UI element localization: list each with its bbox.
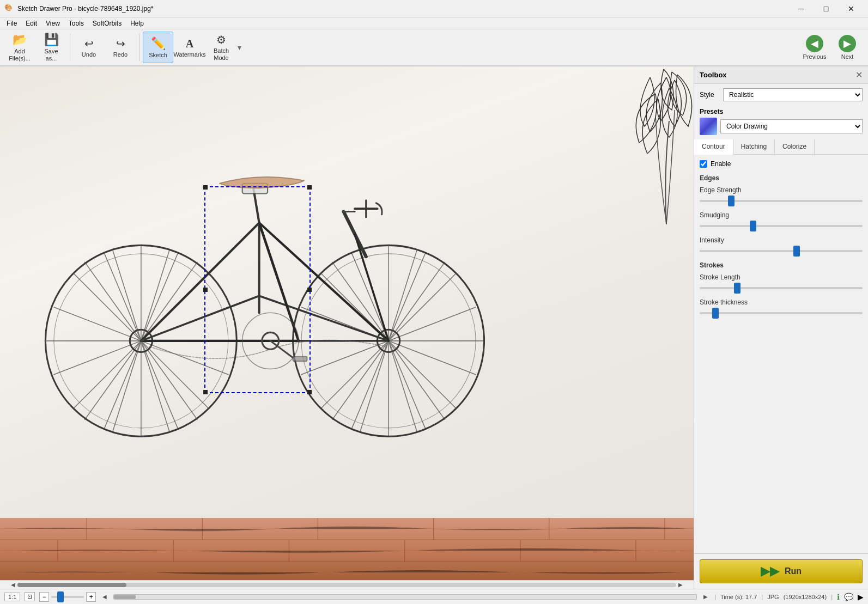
presets-row: Color Drawing Black & White Hatching Sof…: [700, 118, 863, 135]
canvas-area[interactable]: ◀ ▶: [0, 66, 694, 589]
toolbar-separator-2: [139, 34, 139, 61]
main-area: ◀ ▶ Toolbox ✕ Style Realistic Artistic C…: [0, 66, 868, 589]
redo-icon: ↪: [116, 37, 125, 50]
save-as-button[interactable]: 💾 Saveas...: [36, 32, 66, 63]
window-controls: ─ □ ✕: [788, 0, 864, 17]
strokes-section-header: Strokes: [700, 261, 863, 269]
toolbox-close-button[interactable]: ✕: [855, 70, 863, 80]
toolbox-header: Toolbox ✕: [694, 66, 868, 84]
menu-file[interactable]: File: [2, 19, 21, 28]
tab-colorize[interactable]: Colorize: [775, 139, 815, 154]
tab-hatching[interactable]: Hatching: [733, 139, 775, 154]
run-label: Run: [785, 566, 802, 576]
sketch-button[interactable]: ✏️ Sketch: [143, 32, 173, 63]
format-label: JPG: [767, 594, 779, 600]
canvas-scroll-thumb[interactable]: [17, 583, 126, 587]
toolbox-title: Toolbox: [700, 71, 727, 79]
menu-edit[interactable]: Edit: [21, 19, 41, 28]
svg-line-30: [141, 223, 259, 341]
status-scroll-left[interactable]: ◀: [100, 593, 109, 601]
enable-checkbox[interactable]: [700, 160, 707, 168]
previous-button[interactable]: ◀ Previous: [798, 32, 831, 63]
svg-rect-48: [293, 357, 307, 361]
close-button[interactable]: ✕: [839, 0, 864, 17]
menu-softorbits[interactable]: SoftOrbits: [88, 19, 126, 28]
edge-strength-label: Edge Strength: [700, 186, 863, 194]
status-scroll-right[interactable]: ▶: [701, 593, 710, 601]
minimize-button[interactable]: ─: [788, 0, 814, 17]
undo-label: Undo: [82, 51, 96, 58]
floor-svg: [0, 518, 694, 589]
toolbar-dropdown-arrow[interactable]: ▾: [238, 43, 241, 52]
sketch-icon: ✏️: [151, 36, 166, 51]
redo-button[interactable]: ↪ Redo: [105, 32, 136, 63]
add-files-button[interactable]: 📂 AddFile(s)...: [4, 32, 35, 63]
plant-area: [585, 66, 694, 230]
presets-icon: [700, 118, 717, 135]
style-select[interactable]: Realistic Artistic Cartoon Watercolor: [723, 88, 863, 101]
tab-bar: Contour Hatching Colorize: [694, 139, 868, 155]
info-icon[interactable]: ℹ: [837, 593, 840, 601]
batch-icon: ⚙: [216, 33, 226, 46]
plant-svg: [585, 66, 694, 230]
menu-view[interactable]: View: [41, 19, 64, 28]
presets-section: Presets Color Drawing Black & White Hatc…: [694, 106, 868, 139]
stroke-length-group: Stroke Length: [700, 273, 863, 291]
status-scroll-thumb[interactable]: [114, 595, 136, 599]
svg-line-34: [141, 296, 259, 341]
time-label: Time (s): 17.7: [720, 594, 757, 600]
svg-line-50: [141, 222, 259, 340]
nav-area: ◀ Previous ▶ Next: [798, 32, 864, 63]
presets-select[interactable]: Color Drawing Black & White Hatching Sof…: [720, 119, 863, 133]
zoom-controls: − +: [39, 592, 96, 602]
stroke-thickness-label: Stroke thickness: [700, 298, 863, 306]
batch-mode-button[interactable]: ⚙ BatchMode: [206, 32, 236, 63]
canvas-scroll-track[interactable]: [17, 583, 676, 587]
add-files-icon: 📂: [13, 33, 27, 47]
stroke-length-slider[interactable]: [700, 287, 863, 289]
tab-contour[interactable]: Contour: [694, 139, 733, 155]
app-icon: 🎨: [4, 4, 14, 14]
previous-icon: ◀: [806, 35, 823, 52]
smudging-slider[interactable]: [700, 225, 863, 227]
undo-button[interactable]: ↩ Undo: [74, 32, 104, 63]
share-icon-1[interactable]: 💬: [844, 593, 853, 601]
next-button[interactable]: ▶ Next: [831, 32, 864, 63]
zoom-in-button[interactable]: +: [86, 592, 96, 602]
add-files-label: AddFile(s)...: [9, 48, 31, 62]
floor-area: [0, 518, 694, 589]
watermarks-button[interactable]: A Watermarks: [174, 32, 205, 63]
intensity-slider[interactable]: [700, 250, 863, 252]
redo-label: Redo: [113, 51, 128, 58]
intensity-group: Intensity: [700, 236, 863, 254]
status-bar: 1:1 ⊡ − + ◀ ▶ | Time (s): 17.7 | JPG (19…: [0, 589, 868, 604]
save-label: Saveas...: [44, 48, 58, 62]
next-label: Next: [841, 53, 854, 60]
share-icon-2[interactable]: ▶: [858, 593, 864, 601]
sketch-label: Sketch: [149, 52, 167, 58]
stroke-thickness-group: Stroke thickness: [700, 298, 863, 316]
maximize-button[interactable]: □: [814, 0, 839, 17]
edge-strength-group: Edge Strength: [700, 186, 863, 204]
stroke-length-label: Stroke Length: [700, 273, 863, 281]
zoom-slider[interactable]: [51, 596, 84, 598]
fit-icon[interactable]: ⊡: [25, 592, 35, 601]
toolbar-separator-1: [70, 34, 70, 61]
run-button[interactable]: ▶▶ Run: [700, 559, 863, 583]
scroll-right-button[interactable]: ▶: [676, 581, 685, 589]
menu-help[interactable]: Help: [126, 19, 148, 28]
scroll-left-button[interactable]: ◀: [9, 581, 17, 589]
run-arrow-icon: ▶▶: [761, 564, 779, 578]
menu-bar: File Edit View Tools SoftOrbits Help: [0, 17, 868, 29]
svg-line-35: [259, 296, 389, 341]
edge-strength-slider[interactable]: [700, 200, 863, 202]
toolbar: 📂 AddFile(s)... 💾 Saveas... ↩ Undo ↪ Red…: [0, 29, 868, 66]
smudging-group: Smudging: [700, 211, 863, 229]
menu-tools[interactable]: Tools: [64, 19, 88, 28]
undo-icon: ↩: [84, 37, 94, 50]
status-scrollbar[interactable]: [113, 594, 697, 600]
stroke-thickness-slider[interactable]: [700, 312, 863, 314]
toolbox-content: Enable Edges Edge Strength Smudging Inte…: [694, 155, 868, 553]
presets-label: Presets: [700, 108, 863, 115]
zoom-out-button[interactable]: −: [39, 592, 49, 602]
